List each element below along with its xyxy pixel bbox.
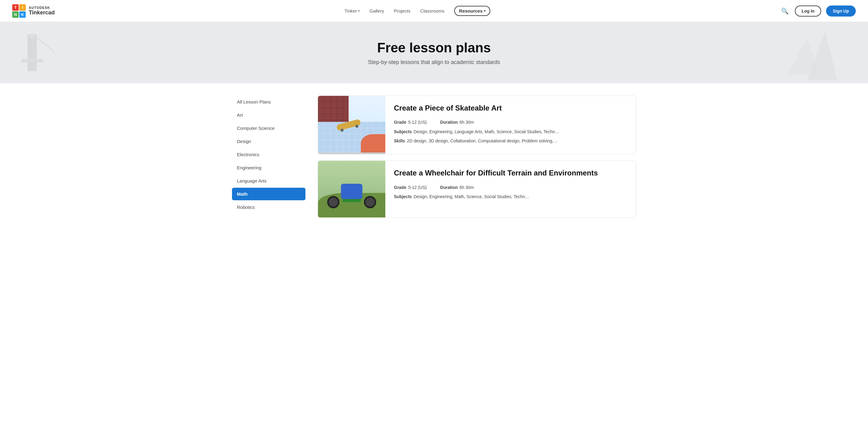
main-nav: Tinker ▾ Gallery Projects Classrooms Res… <box>344 6 490 16</box>
svg-point-3 <box>30 33 35 38</box>
wc-body <box>341 184 362 199</box>
lesson-meta-subjects-2: SubjectsDesign, Engineering, Math, Scien… <box>394 193 627 200</box>
hero-section: Free lesson plans Step-by-step lessons t… <box>0 22 868 83</box>
sidebar-item-electronics[interactable]: Electronics <box>232 148 306 161</box>
lesson-title-wheelchair: Create a Wheelchair for Difficult Terrai… <box>394 168 627 178</box>
nav-gallery[interactable]: Gallery <box>369 8 384 13</box>
header-actions: 🔍 Log In Sign Up <box>780 5 856 17</box>
wheelchair-scene-illustration <box>318 161 385 218</box>
sidebar-item-engineering[interactable]: Engineering <box>232 162 306 174</box>
logo-text: AUTODESK Tinkercad <box>29 6 55 16</box>
nav-tinker[interactable]: Tinker ▾ <box>344 8 360 13</box>
lesson-image-skateable-art <box>318 96 385 154</box>
lesson-image-wheelchair <box>318 161 385 218</box>
logo-cell-n: N <box>12 11 19 18</box>
sidebar-item-language-arts[interactable]: Language Arts <box>232 175 306 187</box>
hero-decoration-right <box>782 25 843 83</box>
logo-area: T I N K AUTODESK Tinkercad <box>12 4 55 18</box>
nav-classrooms[interactable]: Classrooms <box>420 8 444 13</box>
sidebar-item-robotics[interactable]: Robotics <box>232 201 306 213</box>
main-content: All Lesson Plans Art Computer Science De… <box>220 83 648 230</box>
lesson-title-skateable-art: Create a Piece of Skateable Art <box>394 103 627 113</box>
svg-marker-5 <box>788 37 819 74</box>
search-button[interactable]: 🔍 <box>780 6 790 16</box>
hero-subtitle: Step-by-step lessons that align to acade… <box>368 59 500 65</box>
logo-autodesk: AUTODESK <box>29 6 55 9</box>
logo-tinkercad: Tinkercad <box>29 9 55 16</box>
lesson-meta-grade-duration-2: Grade5-12 (US) Duration6h 30m <box>394 184 627 191</box>
chevron-down-icon: ▾ <box>358 9 360 12</box>
logo-icon: T I N K <box>12 4 26 18</box>
skate-scene-illustration <box>318 96 385 152</box>
lesson-meta-skills: Skills2D design, 3D design, Collaboratio… <box>394 138 627 144</box>
lesson-meta-subjects: SubjectsDesign, Engineering, Language Ar… <box>394 128 627 135</box>
svg-rect-1 <box>22 59 43 62</box>
lesson-info-skateable-art: Create a Piece of Skateable Art Grade5-1… <box>385 96 636 154</box>
login-button[interactable]: Log In <box>795 5 821 17</box>
nav-projects[interactable]: Projects <box>394 8 410 13</box>
lessons-list: Create a Piece of Skateable Art Grade5-1… <box>318 95 636 218</box>
skate-ramp <box>361 134 385 152</box>
hero-decoration-left <box>9 28 70 83</box>
lesson-card-wheelchair[interactable]: Create a Wheelchair for Difficult Terrai… <box>318 161 636 218</box>
lesson-info-wheelchair: Create a Wheelchair for Difficult Terrai… <box>385 161 636 218</box>
nav-resources[interactable]: Resources ▾ <box>454 6 490 16</box>
chevron-down-icon: ▾ <box>484 9 486 12</box>
signup-button[interactable]: Sign Up <box>826 5 856 17</box>
svg-line-2 <box>37 37 55 53</box>
hero-title: Free lesson plans <box>377 40 491 55</box>
lesson-card-skateable-art[interactable]: Create a Piece of Skateable Art Grade5-1… <box>318 95 636 154</box>
lesson-meta-grade-duration: Grade5-12 (US) Duration6h 30m <box>394 119 627 125</box>
sidebar-item-computer-science[interactable]: Computer Science <box>232 122 306 135</box>
sidebar-item-math[interactable]: Math <box>232 188 306 200</box>
header: T I N K AUTODESK Tinkercad Tinker ▾ Gall… <box>0 0 868 22</box>
logo-cell-i: I <box>19 4 26 11</box>
search-icon: 🔍 <box>781 8 789 15</box>
sidebar-item-design[interactable]: Design <box>232 135 306 148</box>
sidebar-item-all[interactable]: All Lesson Plans <box>232 95 306 108</box>
logo-cell-k: K <box>19 11 26 18</box>
sidebar-item-art[interactable]: Art <box>232 109 306 121</box>
sidebar: All Lesson Plans Art Computer Science De… <box>232 95 306 218</box>
svg-rect-0 <box>28 34 37 71</box>
logo-cell-t: T <box>12 4 19 11</box>
